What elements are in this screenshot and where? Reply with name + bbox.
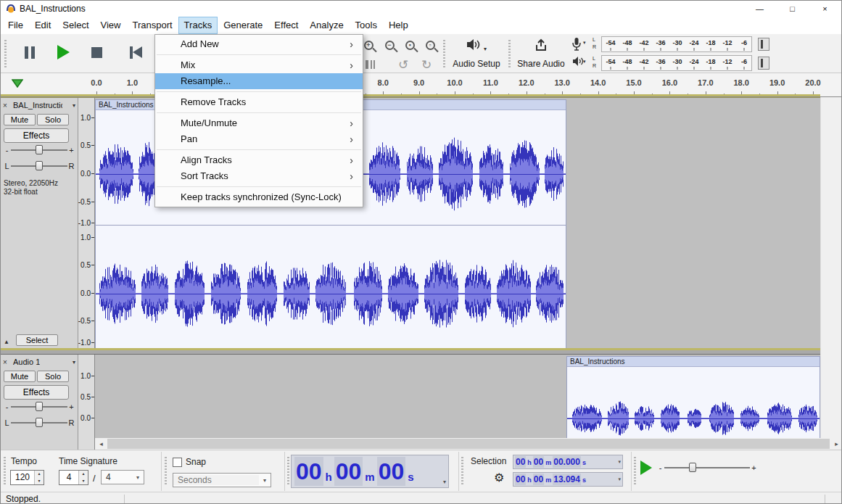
gain-slider-thumb[interactable] — [36, 402, 43, 411]
menubar-item-tracks[interactable]: Tracks — [178, 17, 218, 34]
playback-meter[interactable]: ▾ LR -54-48-42-36-30-24-18-12-6 — [572, 55, 784, 72]
waveform-mono-channel[interactable] — [567, 367, 820, 450]
menu-item-mute-unmute[interactable]: Mute/Unmute› — [155, 115, 363, 131]
track-name[interactable]: BAL_Instructions — [13, 101, 62, 110]
pan-slider[interactable]: L R — [3, 160, 75, 172]
play-speed-slider[interactable]: - + — [656, 459, 758, 476]
selection-digits[interactable]: 00 — [533, 474, 544, 485]
dropdown-icon[interactable]: ▾ — [618, 459, 621, 465]
effects-button[interactable]: Effects — [4, 385, 69, 400]
menu-item-pan[interactable]: Pan› — [155, 131, 363, 147]
selection-digits[interactable]: 13.094 — [553, 474, 581, 485]
time-display-digits[interactable]: 00 — [377, 457, 406, 486]
snap-checkbox[interactable] — [173, 458, 182, 467]
selection-start-field[interactable]: 00h00m00.000s ▾ — [513, 455, 623, 469]
skip-to-start-button[interactable] — [121, 38, 150, 67]
menubar-item-select[interactable]: Select — [57, 17, 94, 34]
effects-button[interactable]: Effects — [4, 128, 69, 143]
clip-title[interactable]: BAL_Instructions — [567, 357, 820, 367]
track-close-icon[interactable]: × — [3, 102, 11, 110]
meter-dropdown-icon[interactable]: ▾ — [583, 40, 586, 46]
toolbar-grip[interactable] — [165, 457, 167, 486]
waveform-right-channel[interactable] — [96, 226, 566, 350]
recording-meter[interactable]: ▾ LR -54-48-42-36-30-24-18-12-6 — [572, 36, 784, 53]
selection-end-field[interactable]: 00h00m13.094s ▾ — [513, 472, 623, 487]
playback-meter-scale[interactable]: -54-48-42-36-30-24-18-12-6 — [601, 55, 752, 71]
vertical-scrollbar[interactable] — [820, 97, 842, 438]
pause-button[interactable] — [15, 38, 44, 67]
selection-digits[interactable]: 00 — [515, 456, 526, 468]
time-signature-lower-dropdown[interactable]: 4 ▾ — [101, 470, 144, 484]
close-button[interactable]: × — [809, 1, 841, 17]
zoom-selection-button[interactable]: ▪ — [400, 36, 419, 54]
maximize-button[interactable]: □ — [776, 1, 809, 17]
audio-position-display[interactable]: ▾ 00h00m00s — [291, 455, 449, 488]
toolbar-grip[interactable] — [287, 457, 289, 486]
scrollbar-thumb[interactable] — [107, 439, 830, 449]
time-signature-upper[interactable]: 4 — [59, 471, 78, 484]
selection-digits[interactable]: 00 — [533, 456, 544, 468]
vertical-ruler[interactable]: 1.00.50.0-0.5-1.01.00.50.0-0.5-1.0 — [78, 98, 95, 349]
speed-slider-thumb[interactable] — [689, 463, 696, 472]
time-signature-upper-spinner[interactable]: 4 ▴▾ — [59, 470, 88, 485]
track-name[interactable]: Audio 1 — [13, 358, 40, 366]
dropdown-icon[interactable]: ▾ — [443, 479, 446, 485]
menu-item-sort-tracks[interactable]: Sort Tracks› — [155, 168, 363, 184]
zoom-toggle-button[interactable]: ▫ — [421, 36, 439, 54]
selection-settings-gear-icon[interactable]: ⚙ — [494, 471, 504, 484]
menu-item-mix[interactable]: Mix› — [155, 57, 363, 73]
toolbar-grip[interactable] — [4, 40, 7, 67]
spin-down-icon[interactable]: ▾ — [35, 478, 44, 485]
dropdown-icon[interactable]: ▾ — [618, 476, 621, 482]
audio-clip[interactable]: BAL_Instructions — [566, 356, 820, 450]
meter-resize-handle[interactable] — [758, 38, 769, 51]
time-display-digits[interactable]: 00 — [294, 457, 323, 486]
select-button[interactable]: Select — [16, 334, 58, 346]
play-button[interactable] — [49, 38, 78, 67]
menubar-item-file[interactable]: File — [2, 17, 29, 34]
menubar-item-help[interactable]: Help — [383, 17, 414, 34]
pan-slider-thumb[interactable] — [36, 161, 43, 170]
toolbar-grip[interactable] — [461, 457, 463, 486]
stop-button[interactable] — [82, 38, 111, 67]
undo-button[interactable]: ↺ — [394, 56, 413, 73]
toolbar-grip[interactable] — [4, 457, 6, 486]
menu-item-remove-tracks[interactable]: Remove Tracks — [155, 94, 363, 110]
time-display-digits[interactable]: 00 — [334, 457, 363, 486]
minimize-button[interactable]: — — [743, 1, 776, 17]
meter-dropdown-icon[interactable]: ▾ — [583, 59, 586, 65]
collapse-button[interactable]: ▲ — [4, 339, 9, 345]
scroll-right-icon[interactable]: ▸ — [830, 438, 842, 450]
horizontal-scrollbar[interactable]: ◂ ▸ — [95, 438, 842, 450]
menu-item-keep-tracks-synchronized-sync-lock[interactable]: Keep tracks synchronized (Sync-Lock) — [155, 189, 363, 205]
track-close-icon[interactable]: × — [3, 358, 11, 366]
audio-setup-button[interactable]: ▾ Audio Setup — [447, 37, 505, 70]
menu-item-add-new[interactable]: Add New› — [155, 36, 363, 52]
solo-button[interactable]: Solo — [37, 371, 69, 382]
spin-up-icon[interactable]: ▴ — [35, 471, 44, 478]
spin-up-icon[interactable]: ▴ — [79, 471, 88, 478]
scroll-left-icon[interactable]: ◂ — [95, 438, 107, 450]
track-menu-dropdown-icon[interactable]: ▾ — [73, 102, 75, 109]
toolbar-grip[interactable] — [443, 40, 445, 67]
gain-slider[interactable]: - + — [3, 401, 75, 413]
tempo-spinner[interactable]: 120 ▴▾ — [10, 470, 44, 485]
menubar-item-effect[interactable]: Effect — [268, 17, 304, 34]
vertical-ruler[interactable]: 1.00.50.0 — [78, 355, 95, 450]
meter-resize-handle[interactable] — [758, 57, 769, 70]
mute-button[interactable]: Mute — [4, 114, 36, 125]
gain-slider-thumb[interactable] — [36, 145, 43, 154]
waveform-area[interactable] — [567, 367, 820, 450]
waveform-area[interactable] — [96, 226, 566, 350]
pan-slider-thumb[interactable] — [36, 418, 43, 427]
redo-button[interactable]: ↻ — [417, 56, 436, 73]
zoom-out-button[interactable]: − — [380, 36, 399, 54]
playhead-icon[interactable] — [12, 79, 23, 90]
toolbar-grip[interactable] — [634, 457, 636, 486]
menubar-item-analyze[interactable]: Analyze — [304, 17, 349, 34]
menu-item-resample[interactable]: Resample... — [155, 73, 363, 89]
recording-meter-scale[interactable]: -54-48-42-36-30-24-18-12-6 — [601, 36, 752, 52]
menu-item-align-tracks[interactable]: Align Tracks› — [155, 152, 363, 168]
snap-mode-dropdown[interactable]: Seconds ▾ — [173, 473, 271, 487]
share-audio-button[interactable]: Share Audio — [513, 37, 569, 70]
